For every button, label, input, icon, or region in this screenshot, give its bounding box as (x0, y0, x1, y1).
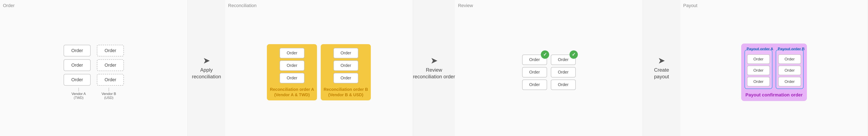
review-col-2: ✓ Order Order Order (551, 55, 576, 90)
payout-stage-content: Payout order A Order Order Order Payout … (682, 10, 866, 134)
recon-b-label: Reconciliation order B (Vendor B & USD) (323, 87, 368, 98)
review-stage: Review ✓ Order Order Order ✓ Order Order… (455, 0, 643, 136)
apply-reconciliation-arrow: ➤ Apply reconciliation (188, 0, 225, 136)
order-box: Order (280, 73, 305, 83)
payout-groups-row: Payout order A Order Order Order Payout … (745, 50, 804, 89)
order-box: Order (778, 77, 801, 86)
payout-order-a-label: Payout order A (747, 47, 773, 51)
order-box: Order (333, 48, 358, 58)
order-box: Order (747, 54, 770, 64)
review-stage-content: ✓ Order Order Order ✓ Order Order Order (457, 10, 641, 134)
order-col-2: Order Order Order (97, 45, 124, 86)
order-box: Order (747, 65, 770, 75)
order-box: Order (522, 80, 547, 90)
order-box: Order (280, 60, 305, 71)
reconciliation-stage-content: Order Order Order Reconciliation order A… (227, 10, 410, 134)
payout-confirmation-order: Payout order A Order Order Order Payout … (741, 44, 807, 101)
vendor-a-label: Vendor A (TWD) (71, 88, 86, 100)
arrow-right-icon: ➤ (658, 56, 665, 65)
order-box: Order (280, 48, 305, 58)
reconciliation-stage: Reconciliation Order Order Order Reconci… (225, 0, 413, 136)
order-box-dashed: Order (97, 74, 124, 86)
payout-order-a: Payout order A Order Order Order (745, 50, 772, 89)
review-reconciliation-label: Review reconciliation order (413, 66, 455, 80)
order-stage-label: Order (2, 3, 185, 8)
payout-confirmation-label: Payout confirmation order (745, 92, 803, 98)
order-box: Order (551, 67, 576, 78)
payout-stage: Payout Payout order A Order Order Order … (680, 0, 868, 136)
payout-stage-label: Payout (682, 3, 866, 8)
create-payout-label: Create payout (654, 66, 669, 80)
checkmark-icon: ✓ (541, 50, 549, 59)
order-box: Order (522, 67, 547, 78)
reconciliation-group-b: Order Order Order Reconciliation order B… (321, 44, 371, 100)
order-box: Order (747, 77, 770, 86)
order-box: Order (64, 45, 91, 56)
reconciliation-group-a: Order Order Order Reconciliation order A… (267, 44, 317, 100)
order-col-1: Order Order Order (64, 45, 91, 86)
payout-order-b: Payout order B Order Order Order (776, 50, 804, 89)
order-box: Order (778, 54, 801, 64)
arrow-right-icon: ➤ (431, 56, 438, 65)
recon-a-label: Reconciliation order A (Vendor A & TWD) (270, 87, 314, 98)
payout-a-orders: Order Order Order (747, 54, 770, 86)
checkmark-icon: ✓ (569, 50, 578, 59)
order-stage: Order Order Order Order Order Order Orde… (0, 0, 188, 136)
review-orders-1: Order Order Order (522, 55, 547, 90)
order-box-dashed: Order (97, 45, 124, 56)
review-reconciliation-arrow: ➤ Review reconciliation order (413, 0, 455, 136)
arrow-right-icon: ➤ (203, 56, 210, 65)
create-payout-arrow: ➤ Create payout (643, 0, 680, 136)
recon-a-orders: Order Order Order (280, 48, 305, 83)
review-col-1: ✓ Order Order Order (522, 55, 547, 90)
order-stage-content: Order Order Order Order Order Order Vend… (2, 10, 185, 134)
payout-order-b-label: Payout order B (778, 47, 805, 51)
order-box: Order (778, 65, 801, 75)
review-stage-label: Review (457, 3, 641, 8)
order-box: Order (333, 60, 358, 71)
order-box: Order (551, 80, 576, 90)
order-box-dashed: Order (97, 59, 124, 71)
apply-reconciliation-label: Apply reconciliation (192, 66, 221, 80)
order-box: Order (64, 74, 91, 86)
review-orders-2: Order Order Order (551, 55, 576, 90)
payout-b-orders: Order Order Order (778, 54, 801, 86)
order-box: Order (333, 73, 358, 83)
order-box: Order (64, 59, 91, 71)
recon-b-orders: Order Order Order (333, 48, 358, 83)
vendor-b-label: Vendor B (USD) (101, 88, 116, 100)
reconciliation-stage-label: Reconciliation (227, 3, 410, 8)
